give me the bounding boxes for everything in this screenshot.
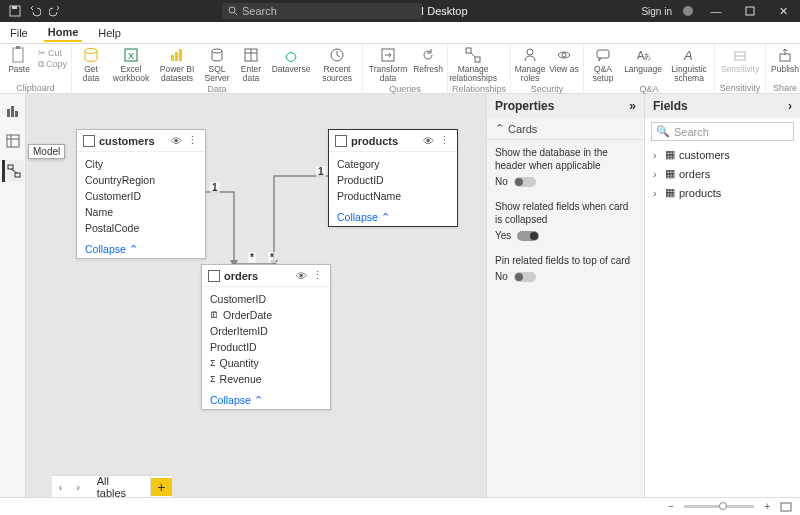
global-search[interactable]: Search bbox=[222, 3, 422, 19]
save-icon[interactable] bbox=[8, 4, 22, 18]
tab-prev-button[interactable]: ‹ bbox=[52, 481, 69, 493]
calendar-icon: 🗓 bbox=[210, 310, 219, 320]
publish-button[interactable]: Publish bbox=[770, 46, 800, 83]
field-item[interactable]: CountryRegion bbox=[77, 172, 205, 188]
table-card-orders[interactable]: orders👁⋮ CustomerID 🗓OrderDate OrderItem… bbox=[201, 264, 331, 410]
manage-roles-button[interactable]: Manage roles bbox=[515, 46, 545, 84]
collapse-button[interactable]: Collapse ⌃ bbox=[202, 391, 330, 409]
toggle-db-header[interactable] bbox=[514, 177, 536, 187]
dataverse-button[interactable]: Dataverse bbox=[270, 46, 312, 84]
field-item[interactable]: PostalCode bbox=[77, 220, 205, 236]
enter-data-icon bbox=[242, 46, 260, 64]
manage-relationships-button[interactable]: Manage relationships bbox=[452, 46, 494, 84]
rel-orders-many-2: * bbox=[268, 252, 276, 263]
fit-to-page-button[interactable] bbox=[780, 502, 792, 512]
visibility-icon[interactable]: 👁 bbox=[423, 135, 435, 147]
fields-pane: Fields› 🔍Search ›▦customers ›▦orders ›▦p… bbox=[644, 94, 800, 497]
menu-help[interactable]: Help bbox=[94, 25, 125, 41]
linguistic-schema-button[interactable]: ALinguistic schema bbox=[668, 46, 710, 84]
zoom-in-button[interactable]: + bbox=[764, 501, 770, 512]
toggle-pin-fields[interactable] bbox=[514, 272, 536, 282]
ribbon-group-share: Publish Share bbox=[766, 44, 800, 94]
tab-next-button[interactable]: › bbox=[69, 481, 86, 493]
field-item[interactable]: ΣQuantity bbox=[202, 355, 330, 371]
transform-icon bbox=[379, 46, 397, 64]
svg-rect-12 bbox=[175, 52, 178, 61]
sensitivity-button[interactable]: Sensitivity bbox=[719, 46, 761, 83]
close-button[interactable]: ✕ bbox=[772, 0, 796, 22]
svg-rect-7 bbox=[16, 46, 20, 49]
collapse-button[interactable]: Collapse ⌃ bbox=[329, 208, 457, 226]
model-view-button[interactable] bbox=[2, 160, 24, 182]
svg-point-14 bbox=[212, 49, 222, 53]
field-item[interactable]: CustomerID bbox=[77, 188, 205, 204]
excel-button[interactable]: XExcel workbook bbox=[110, 46, 152, 84]
field-item[interactable]: Name bbox=[77, 204, 205, 220]
svg-line-3 bbox=[235, 13, 238, 16]
zoom-slider[interactable] bbox=[684, 505, 754, 508]
field-item[interactable]: OrderItemID bbox=[202, 323, 330, 339]
field-item[interactable]: ProductID bbox=[329, 172, 457, 188]
cards-section-header[interactable]: ⌃Cards bbox=[487, 118, 644, 140]
enter-data-button[interactable]: Enter data bbox=[236, 46, 266, 84]
paste-button[interactable]: Paste bbox=[4, 46, 34, 83]
fields-table-customers[interactable]: ›▦customers bbox=[645, 145, 800, 164]
zoom-out-button[interactable]: − bbox=[668, 501, 674, 512]
recent-sources-button[interactable]: Recent sources bbox=[316, 46, 358, 84]
pbi-datasets-button[interactable]: Power BI datasets bbox=[156, 46, 198, 84]
collapse-pane-icon[interactable]: » bbox=[629, 99, 636, 113]
redo-icon[interactable] bbox=[48, 4, 62, 18]
chevron-up-icon: ⌃ bbox=[254, 394, 263, 406]
fields-table-products[interactable]: ›▦products bbox=[645, 183, 800, 202]
transform-data-button[interactable]: Transform data bbox=[367, 46, 409, 84]
chevron-up-icon: ⌃ bbox=[495, 122, 504, 135]
toggle-related-fields[interactable] bbox=[517, 231, 539, 241]
svg-point-4 bbox=[683, 6, 693, 16]
table-card-customers[interactable]: customers👁⋮ City CountryRegion CustomerI… bbox=[76, 129, 206, 259]
svg-line-40 bbox=[11, 169, 17, 173]
sql-server-button[interactable]: SQL Server bbox=[202, 46, 232, 84]
table-card-products[interactable]: products👁⋮ Category ProductID ProductNam… bbox=[328, 129, 458, 227]
view-as-button[interactable]: View as bbox=[549, 46, 579, 84]
collapse-button[interactable]: Collapse ⌃ bbox=[77, 240, 205, 258]
fields-table-orders[interactable]: ›▦orders bbox=[645, 164, 800, 183]
status-bar: − + bbox=[0, 497, 800, 515]
menu-home[interactable]: Home bbox=[44, 24, 83, 42]
qa-setup-button[interactable]: Q&A setup bbox=[588, 46, 618, 84]
menu-file[interactable]: File bbox=[6, 25, 32, 41]
copy-button[interactable]: ⧉Copy bbox=[38, 59, 67, 70]
expand-pane-icon[interactable]: › bbox=[788, 99, 792, 113]
model-canvas[interactable]: 1 * 1 * customers👁⋮ City CountryRegion C… bbox=[26, 94, 486, 497]
svg-line-22 bbox=[471, 53, 475, 57]
more-icon[interactable]: ⋮ bbox=[439, 134, 451, 147]
field-item[interactable]: City bbox=[77, 156, 205, 172]
visibility-icon[interactable]: 👁 bbox=[171, 135, 183, 147]
data-view-button[interactable] bbox=[2, 130, 24, 152]
sign-in[interactable]: Sign in bbox=[641, 6, 672, 17]
fields-search[interactable]: 🔍Search bbox=[651, 122, 794, 141]
sigma-icon: Σ bbox=[210, 358, 216, 368]
visibility-icon[interactable]: 👁 bbox=[296, 270, 308, 282]
svg-rect-34 bbox=[15, 111, 18, 117]
tab-all-tables[interactable]: All tables bbox=[87, 472, 151, 498]
maximize-button[interactable] bbox=[738, 0, 762, 22]
field-item[interactable]: 🗓OrderDate bbox=[202, 307, 330, 323]
undo-icon[interactable] bbox=[28, 4, 42, 18]
get-data-button[interactable]: Get data bbox=[76, 46, 106, 84]
field-item[interactable]: CustomerID bbox=[202, 291, 330, 307]
minimize-button[interactable]: — bbox=[704, 0, 728, 22]
language-button[interactable]: AあLanguage bbox=[622, 46, 664, 84]
svg-rect-1 bbox=[12, 6, 17, 9]
report-view-button[interactable] bbox=[2, 100, 24, 122]
field-item[interactable]: ProductName bbox=[329, 188, 457, 204]
field-item[interactable]: ΣRevenue bbox=[202, 371, 330, 387]
more-icon[interactable]: ⋮ bbox=[312, 269, 324, 282]
cut-button[interactable]: ✂Cut bbox=[38, 48, 67, 58]
field-item[interactable]: ProductID bbox=[202, 339, 330, 355]
avatar-icon[interactable] bbox=[682, 5, 694, 17]
add-tab-button[interactable]: + bbox=[151, 478, 172, 496]
pbi-icon bbox=[168, 46, 186, 64]
more-icon[interactable]: ⋮ bbox=[187, 134, 199, 147]
refresh-button[interactable]: Refresh bbox=[413, 46, 443, 84]
field-item[interactable]: Category bbox=[329, 156, 457, 172]
